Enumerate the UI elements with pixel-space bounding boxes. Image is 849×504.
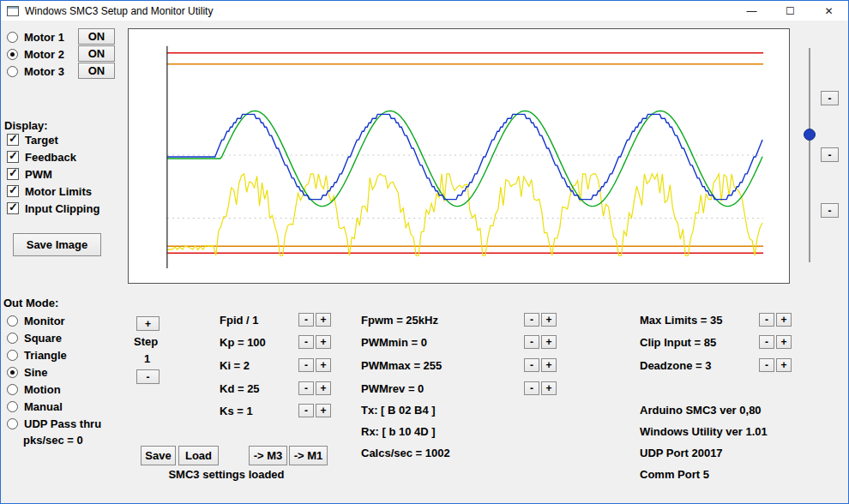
ks-plus-button[interactable]: + <box>316 404 331 417</box>
display-feedback-checkbox[interactable] <box>7 151 19 163</box>
arduino-version-label: Arduino SMC3 ver 0,80 <box>640 404 762 417</box>
display-motor-limits-checkbox[interactable] <box>7 185 19 197</box>
ki-plus-button[interactable]: + <box>316 358 331 372</box>
copy-to-m1-button[interactable]: -> M1 <box>289 446 328 465</box>
save-settings-button[interactable]: Save <box>141 446 176 465</box>
status-text: SMC3 settings loaded <box>136 468 316 481</box>
step-plus-button[interactable]: + <box>136 316 160 331</box>
step-label: Step <box>134 335 158 348</box>
kp-row: Kp = 100 - + <box>220 334 331 350</box>
kp-plus-button[interactable]: + <box>316 335 331 349</box>
max-limits-minus-button[interactable]: - <box>759 313 774 327</box>
tx-value: Tx: [ B 02 B4 ] <box>361 404 436 417</box>
display-pwm-label: PWM <box>25 168 52 181</box>
display-motor-limits-label: Motor Limits <box>25 185 92 198</box>
out-mode-udp-radio[interactable] <box>7 418 18 429</box>
comm-port-label: Comm Port 5 <box>640 468 709 481</box>
pwmrev-row: PWMrev = 0 - + <box>361 381 557 396</box>
pwmmin-minus-button[interactable]: - <box>524 335 539 349</box>
display-target-label: Target <box>25 134 58 147</box>
out-mode-sine-radio[interactable] <box>7 367 18 378</box>
fpid-label: Fpid / 1 <box>220 314 259 327</box>
maximize-button[interactable]: ☐ <box>771 1 810 21</box>
motor3-label: Motor 3 <box>24 65 64 78</box>
app-icon <box>7 6 19 16</box>
display-target-checkbox[interactable] <box>7 134 19 146</box>
motor2-on-button[interactable]: ON <box>78 45 115 62</box>
motor1-label: Motor 1 <box>24 31 64 44</box>
fpwm-label: Fpwm = 25kHz <box>361 314 438 327</box>
ks-minus-button[interactable]: - <box>298 404 314 417</box>
pwmrev-minus-button[interactable]: - <box>524 381 539 395</box>
scale-minus-button-2[interactable]: - <box>821 147 839 162</box>
step-minus-button[interactable]: - <box>136 369 160 384</box>
pwmmin-plus-button[interactable]: + <box>541 335 557 349</box>
out-mode-manual-radio[interactable] <box>7 401 18 412</box>
clip-input-row: Clip Input = 85 - + <box>640 334 792 350</box>
ki-minus-button[interactable]: - <box>298 358 314 372</box>
scope-chart-svg <box>129 29 789 283</box>
deadzone-label: Deadzone = 3 <box>640 359 711 372</box>
kd-label: Kd = 25 <box>220 382 260 395</box>
display-pwm-checkbox[interactable] <box>7 168 19 180</box>
scale-minus-button-1[interactable]: - <box>821 91 839 105</box>
motor2-radio[interactable] <box>7 49 18 60</box>
scope-chart <box>128 28 790 284</box>
pwmmax-plus-button[interactable]: + <box>541 358 557 372</box>
scale-slider-track[interactable] <box>809 48 810 262</box>
motor1-radio[interactable] <box>7 32 18 43</box>
out-mode-udp-label: UDP Pass thru <box>24 417 101 430</box>
udp-port-label: UDP Port 20017 <box>640 447 723 459</box>
scale-slider-handle[interactable] <box>804 129 816 141</box>
minimize-button[interactable]: — <box>732 1 771 21</box>
fpid-row: Fpid / 1 - + <box>220 312 331 327</box>
max-limits-label: Max Limits = 35 <box>640 314 722 327</box>
utility-version-label: Windows Utility ver 1.01 <box>640 425 768 438</box>
clip-input-plus-button[interactable]: + <box>776 335 792 349</box>
pwmmin-label: PWMmin = 0 <box>361 336 427 349</box>
max-limits-plus-button[interactable]: + <box>776 313 792 327</box>
out-mode-monitor-radio[interactable] <box>7 315 18 327</box>
motor1-on-button[interactable]: ON <box>78 28 115 45</box>
titlebar[interactable]: Windows SMC3 Setup and Monitor Utility —… <box>1 1 848 21</box>
deadzone-plus-button[interactable]: + <box>776 358 792 372</box>
kp-label: Kp = 100 <box>220 336 266 349</box>
fpwm-minus-button[interactable]: - <box>524 313 539 327</box>
out-mode-triangle-label: Triangle <box>24 349 67 362</box>
pwmmax-minus-button[interactable]: - <box>524 358 539 372</box>
motor3-radio[interactable] <box>7 66 18 77</box>
ks-label: Ks = 1 <box>220 405 253 417</box>
ks-row: Ks = 1 - + <box>220 403 331 418</box>
motor3-on-button[interactable]: ON <box>78 63 115 79</box>
load-settings-button[interactable]: Load <box>178 446 219 465</box>
copy-to-m3-button[interactable]: -> M3 <box>249 446 287 465</box>
pks-per-sec-label: pks/sec = 0 <box>23 434 83 447</box>
out-mode-section-label: Out Mode: <box>3 297 58 309</box>
clip-input-minus-button[interactable]: - <box>759 335 774 349</box>
pwmrev-label: PWMrev = 0 <box>361 382 424 395</box>
pwmmin-row: PWMmin = 0 - + <box>361 334 557 350</box>
kd-plus-button[interactable]: + <box>316 381 331 395</box>
motor2-label: Motor 2 <box>24 48 64 61</box>
pwmrev-plus-button[interactable]: + <box>541 381 557 395</box>
out-mode-monitor-label: Monitor <box>24 315 65 327</box>
out-mode-square-radio[interactable] <box>7 333 18 344</box>
display-input-clipping-label: Input Clipping <box>25 202 99 215</box>
fpid-minus-button[interactable]: - <box>298 313 314 327</box>
fpwm-plus-button[interactable]: + <box>541 313 557 327</box>
fpwm-row: Fpwm = 25kHz - + <box>361 312 557 327</box>
save-image-button[interactable]: Save Image <box>13 233 101 256</box>
kp-minus-button[interactable]: - <box>298 335 314 349</box>
deadzone-minus-button[interactable]: - <box>759 358 774 372</box>
display-input-clipping-checkbox[interactable] <box>7 202 19 214</box>
out-mode-triangle-radio[interactable] <box>7 350 18 361</box>
kd-minus-button[interactable]: - <box>298 381 314 395</box>
close-button[interactable]: ✕ <box>810 1 848 21</box>
fpid-plus-button[interactable]: + <box>316 313 331 327</box>
calcs-per-sec-value: Calcs/sec = 1002 <box>361 447 450 459</box>
deadzone-row: Deadzone = 3 - + <box>640 357 792 373</box>
pwmmax-label: PWMmax = 255 <box>361 359 442 372</box>
out-mode-motion-radio[interactable] <box>7 384 18 395</box>
scale-minus-button-3[interactable]: - <box>821 203 839 218</box>
clip-input-label: Clip Input = 85 <box>640 336 716 349</box>
